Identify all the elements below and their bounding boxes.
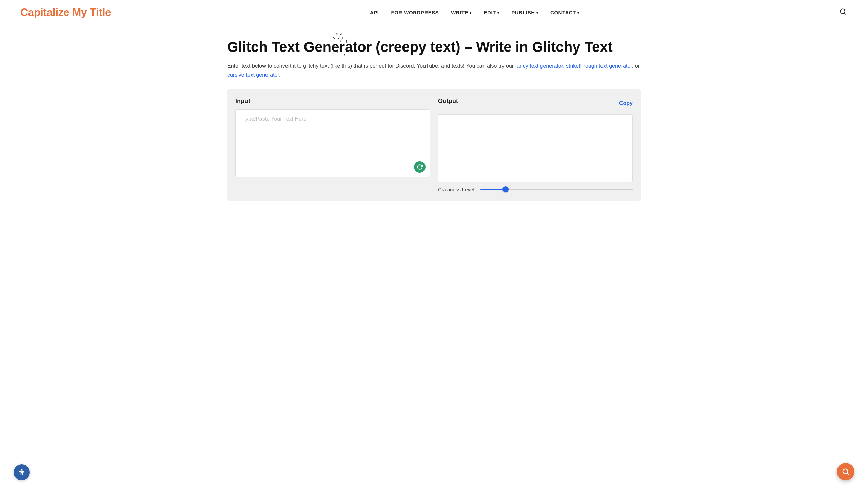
nav-link-contact[interactable]: CONTACT ▾ [550,10,579,15]
contact-chevron-icon: ▾ [577,11,579,15]
nav-item-edit: EDIT ▾ [484,10,499,15]
nav-item-api: API [370,10,379,15]
nav-link-write-label: WRITE [451,10,468,15]
nav-link-publish-label: PUBLISH [511,10,535,15]
strikethrough-link[interactable]: strikethrough text generator [566,63,632,69]
nav-link-write[interactable]: WRITE ▾ [451,10,471,15]
page-title-area: y x ! c V r ̈ ( ) ͎ ͎ ͎ ͎ ͎ ͇ ͇ ̷ ͔ ͔ s … [227,39,641,56]
nav-item-publish: PUBLISH ▾ [511,10,538,15]
nav-link-api[interactable]: API [370,10,379,15]
desc-text-3: , or [632,63,640,69]
input-area [235,110,430,177]
svg-text:y  x  !: y x ! [336,31,347,36]
nav-link-wordpress[interactable]: FOR WORDPRESS [391,10,439,15]
desc-text-2: , [563,63,566,69]
desc-text-4: . [279,72,280,78]
write-chevron-icon: ▾ [469,11,472,15]
nav-item-wordpress: FOR WORDPRESS [391,10,439,15]
logo-text-highlight: My Title [72,6,111,18]
nav-link-publish[interactable]: PUBLISH ▾ [511,10,538,15]
output-header: Output Copy [438,98,633,110]
input-textarea[interactable] [236,110,430,177]
page-title: Glitch Text Generator (creepy text) – Wr… [227,39,641,56]
craziness-label: Craziness Level: [438,187,476,192]
output-area [438,114,633,182]
site-header: Capitalize My Title API FOR WORDPRESS WR… [0,0,868,25]
input-label: Input [235,98,430,105]
output-label: Output [438,98,458,105]
publish-chevron-icon: ▾ [536,11,538,15]
tool-container: Input Output Copy Craziness Level: [227,90,641,201]
svg-line-1 [844,13,846,14]
edit-chevron-icon: ▾ [497,11,499,15]
main-content: y x ! c V r ̈ ( ) ͎ ͎ ͎ ͎ ͎ ͇ ͇ ̷ ͔ ͔ s … [207,25,661,221]
desc-text-1: Enter text below to convert it to glitch… [227,63,515,69]
header-search-button[interactable] [838,7,848,18]
craziness-slider[interactable] [480,189,633,190]
craziness-row: Craziness Level: [438,187,633,192]
input-panel: Input [235,98,430,192]
nav-item-contact: CONTACT ▾ [550,10,579,15]
site-logo[interactable]: Capitalize My Title [20,6,111,19]
main-nav: API FOR WORDPRESS WRITE ▾ EDIT ▾ PUBLISH [370,10,579,15]
nav-link-edit-label: EDIT [484,10,496,15]
refresh-button[interactable] [414,161,426,173]
fancy-text-link[interactable]: fancy text generator [515,63,563,69]
nav-list: API FOR WORDPRESS WRITE ▾ EDIT ▾ PUBLISH [370,10,579,15]
cursive-link[interactable]: cursive text generator [227,72,279,78]
logo-text-main: Capitalize [20,6,72,18]
nav-link-edit[interactable]: EDIT ▾ [484,10,499,15]
copy-button[interactable]: Copy [619,100,633,107]
page-description: Enter text below to convert it to glitch… [227,62,641,79]
nav-link-contact-label: CONTACT [550,10,576,15]
nav-item-write: WRITE ▾ [451,10,471,15]
output-panel: Output Copy Craziness Level: [438,98,633,192]
